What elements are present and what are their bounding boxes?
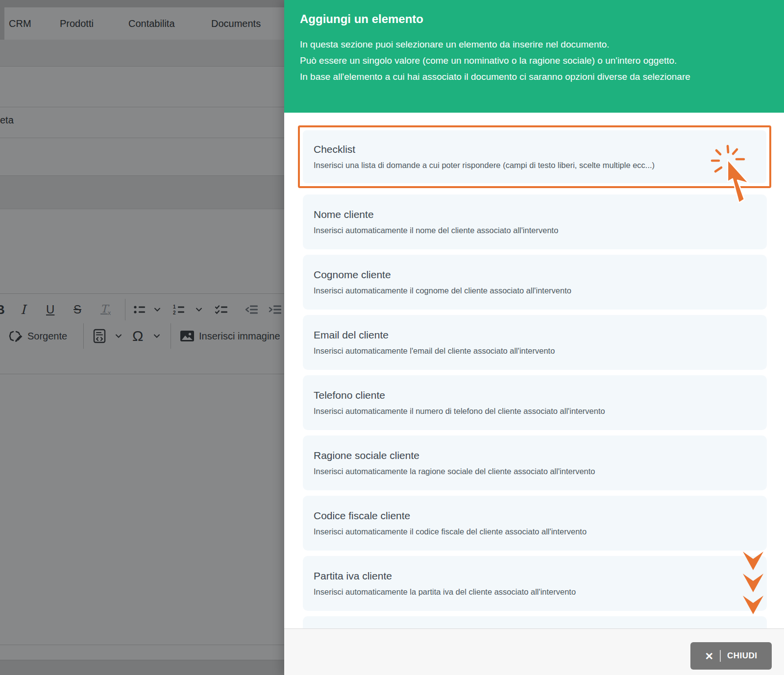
modal-description-line: In questa sezione puoi selezionare un el… — [300, 36, 758, 52]
item-title: Partita iva cliente — [314, 570, 767, 582]
list-item-partita-iva-cliente[interactable]: Partita iva cliente Inserisci automatica… — [303, 556, 767, 611]
close-button[interactable]: ✕ CHIUDI — [690, 642, 772, 670]
list-item-cognome-cliente[interactable]: Cognome cliente Inserisci automaticament… — [303, 255, 767, 310]
modal-description: In questa sezione puoi selezionare un el… — [300, 36, 758, 85]
add-element-modal: Aggiungi un elemento In questa sezione p… — [284, 0, 784, 675]
item-title: Nome cliente — [314, 209, 767, 220]
list-item-nome-cliente[interactable]: Nome cliente Inserisci automaticamente i… — [303, 194, 767, 249]
item-title: Email del cliente — [314, 329, 767, 341]
item-title: Telefono cliente — [314, 389, 767, 401]
item-description: Inserisci automaticamente l'email del cl… — [314, 346, 767, 356]
list-item-checklist[interactable]: Checklist Inserisci una lista di domande… — [303, 130, 766, 183]
item-title: Cognome cliente — [314, 269, 767, 281]
close-icon: ✕ — [705, 651, 713, 661]
modal-header: Aggiungi un elemento In questa sezione p… — [284, 0, 784, 113]
list-item-telefono-cliente[interactable]: Telefono cliente Inserisci automaticamen… — [303, 375, 767, 430]
item-title: Ragione sociale cliente — [314, 450, 767, 461]
item-description: Inserisci automaticamente il numero di t… — [314, 407, 767, 416]
item-description: Inserisci automaticamente la ragione soc… — [314, 467, 767, 476]
item-description: Inserisci automaticamente il cognome del… — [314, 286, 767, 295]
modal-title: Aggiungi un elemento — [300, 12, 768, 26]
modal-footer: ✕ CHIUDI — [284, 628, 784, 675]
list-item-partial[interactable] — [303, 616, 767, 628]
item-description: Inserisci automaticamente il codice fisc… — [314, 527, 767, 536]
checklist-highlight-box: Checklist Inserisci una lista di domande… — [298, 125, 771, 188]
item-description: Inserisci automaticamente il nome del cl… — [314, 226, 767, 235]
item-title: Checklist — [314, 144, 766, 155]
item-description: Inserisci una lista di domande a cui pot… — [314, 161, 766, 170]
list-item-codice-fiscale-cliente[interactable]: Codice fiscale cliente Inserisci automat… — [303, 496, 767, 551]
list-item-email-cliente[interactable]: Email del cliente Inserisci automaticame… — [303, 315, 767, 370]
close-label: CHIUDI — [727, 651, 758, 661]
screen: CRM Prodotti Contabilita Documents eta B… — [0, 0, 784, 675]
list-item-ragione-sociale-cliente[interactable]: Ragione sociale cliente Inserisci automa… — [303, 435, 767, 490]
modal-description-line: In base all'elemento a cui hai associato… — [300, 69, 758, 85]
item-description: Inserisci automaticamente la partita iva… — [314, 587, 767, 597]
modal-backdrop[interactable] — [0, 0, 284, 675]
close-button-divider — [720, 650, 721, 662]
element-list: Checklist Inserisci una lista di domande… — [284, 113, 784, 628]
item-title: Codice fiscale cliente — [314, 510, 767, 522]
modal-description-line: Può essere un singolo valore (come un no… — [300, 52, 758, 69]
